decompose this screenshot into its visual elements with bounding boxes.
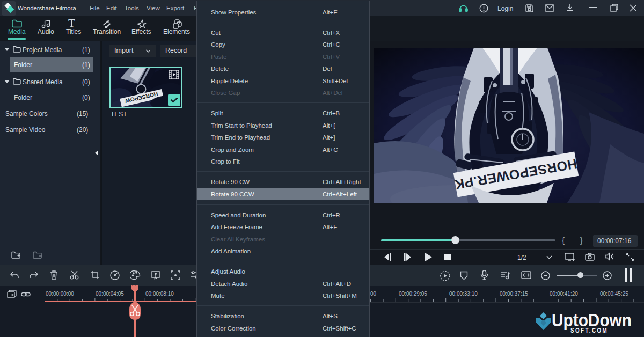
svg-text:SOFT.COM: SOFT.COM [570, 327, 608, 334]
